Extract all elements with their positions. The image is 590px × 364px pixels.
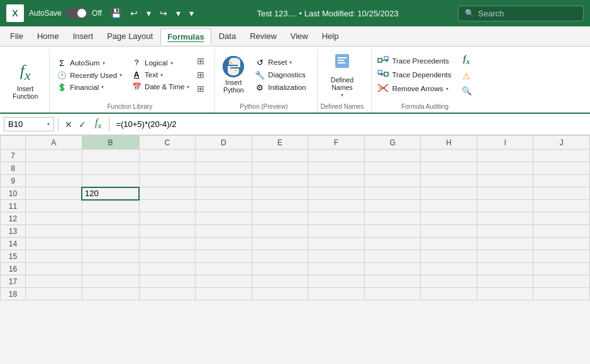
undo-dropdown[interactable]: ▾ (143, 6, 155, 21)
cell-H13[interactable] (421, 225, 477, 238)
cell-A12[interactable] (26, 212, 82, 225)
cell-I16[interactable] (477, 263, 533, 275)
cell-I15[interactable] (477, 250, 533, 263)
show-formulas-button[interactable]: fx (458, 53, 476, 67)
cell-I13[interactable] (477, 225, 533, 238)
financial-button[interactable]: 💲 Financial ▾ (52, 82, 126, 93)
cell-J9[interactable] (533, 175, 590, 187)
cell-J14[interactable] (533, 238, 590, 250)
cell-J17[interactable] (533, 275, 590, 288)
row-header-17[interactable]: 17 (1, 275, 26, 288)
cell-B17[interactable] (82, 275, 139, 288)
cell-F10[interactable] (308, 187, 365, 200)
cell-E11[interactable] (252, 200, 308, 212)
cell-J15[interactable] (533, 250, 590, 263)
cell-J8[interactable] (533, 162, 590, 175)
col-header-b[interactable]: B (82, 136, 139, 150)
cell-I9[interactable] (477, 175, 533, 187)
cell-J16[interactable] (533, 263, 590, 275)
confirm-formula-button[interactable]: ✓ (76, 118, 89, 131)
col-header-j[interactable]: J (533, 136, 590, 150)
cell-F11[interactable] (308, 200, 365, 212)
cell-B9[interactable] (82, 175, 139, 187)
cell-A17[interactable] (26, 275, 82, 288)
cell-D13[interactable] (196, 225, 252, 238)
cell-A15[interactable] (26, 250, 82, 263)
cell-C11[interactable] (139, 200, 196, 212)
row-header-8[interactable]: 8 (1, 162, 26, 175)
col-header-g[interactable]: G (364, 136, 421, 150)
cell-A14[interactable] (26, 238, 82, 250)
trace-precedents-button[interactable]: Trace Precedents (374, 55, 454, 68)
cell-A9[interactable] (26, 175, 82, 187)
autosave-switch[interactable] (65, 8, 88, 19)
cell-E17[interactable] (252, 275, 308, 288)
cell-B14[interactable] (82, 238, 139, 250)
cell-ref-dropdown-arrow[interactable]: ▾ (47, 121, 50, 127)
recently-used-button[interactable]: 🕐 Recently Used ▾ (52, 70, 126, 81)
cell-H7[interactable] (421, 150, 477, 162)
diagnostics-button[interactable]: 🔧 Diagnostics (250, 69, 309, 81)
cell-G9[interactable] (364, 175, 421, 187)
menu-home[interactable]: Home (31, 28, 65, 44)
col-header-f[interactable]: F (308, 136, 365, 150)
cell-H12[interactable] (421, 212, 477, 225)
search-box[interactable]: 🔍 (458, 6, 584, 21)
cell-B10[interactable]: 120 (82, 187, 139, 200)
row-header-10[interactable]: 10 (1, 187, 26, 200)
cell-C12[interactable] (139, 212, 196, 225)
cell-J12[interactable] (533, 212, 590, 225)
cell-I14[interactable] (477, 238, 533, 250)
col-header-e[interactable]: E (252, 136, 308, 150)
logical-button[interactable]: ? Logical ▾ (127, 57, 193, 69)
undo-button[interactable]: ↩ (126, 6, 142, 21)
cell-B13[interactable] (82, 225, 139, 238)
cell-I7[interactable] (477, 150, 533, 162)
cell-D14[interactable] (196, 238, 252, 250)
cell-A8[interactable] (26, 162, 82, 175)
cell-G18[interactable] (364, 288, 421, 301)
date-time-button[interactable]: 📅 Date & Time ▾ (127, 81, 193, 92)
row-header-11[interactable]: 11 (1, 200, 26, 212)
cell-I17[interactable] (477, 275, 533, 288)
redo-button[interactable]: ↪ (156, 6, 171, 21)
cell-F18[interactable] (308, 288, 365, 301)
cell-I8[interactable] (477, 162, 533, 175)
cell-B11[interactable] (82, 200, 139, 212)
cell-H15[interactable] (421, 250, 477, 263)
cell-E7[interactable] (252, 150, 308, 162)
cell-D12[interactable] (196, 212, 252, 225)
cell-F12[interactable] (308, 212, 365, 225)
cell-E12[interactable] (252, 212, 308, 225)
cell-I10[interactable] (477, 187, 533, 200)
cell-A13[interactable] (26, 225, 82, 238)
formula-fx-icon[interactable]: fx (91, 117, 105, 131)
cell-E14[interactable] (252, 238, 308, 250)
remove-arrows-button[interactable]: Remove Arrows ▾ (374, 82, 454, 96)
more-functions-1[interactable]: ⊞ (194, 55, 207, 67)
cell-B16[interactable] (82, 263, 139, 275)
cell-B7[interactable] (82, 150, 139, 162)
cell-G16[interactable] (364, 263, 421, 275)
menu-data[interactable]: Data (213, 28, 242, 44)
cell-A18[interactable] (26, 288, 82, 301)
more-functions-2[interactable]: ⊞ (194, 69, 207, 81)
cell-G15[interactable] (364, 250, 421, 263)
cell-B15[interactable] (82, 250, 139, 263)
row-header-9[interactable]: 9 (1, 175, 26, 187)
cell-C9[interactable] (139, 175, 196, 187)
initialization-button[interactable]: ⚙ Initialization (250, 82, 309, 94)
cell-I18[interactable] (477, 288, 533, 301)
cell-F13[interactable] (308, 225, 365, 238)
cell-H8[interactable] (421, 162, 477, 175)
insert-python-button[interactable]: InsertPython (218, 53, 249, 96)
cell-C10[interactable] (139, 187, 196, 200)
cell-C17[interactable] (139, 275, 196, 288)
col-header-a[interactable]: A (26, 136, 82, 150)
cell-G7[interactable] (364, 150, 421, 162)
cell-H17[interactable] (421, 275, 477, 288)
cell-A10[interactable] (26, 187, 82, 200)
cell-C13[interactable] (139, 225, 196, 238)
menu-view[interactable]: View (284, 28, 314, 44)
text-button[interactable]: A Text ▾ (127, 69, 193, 80)
